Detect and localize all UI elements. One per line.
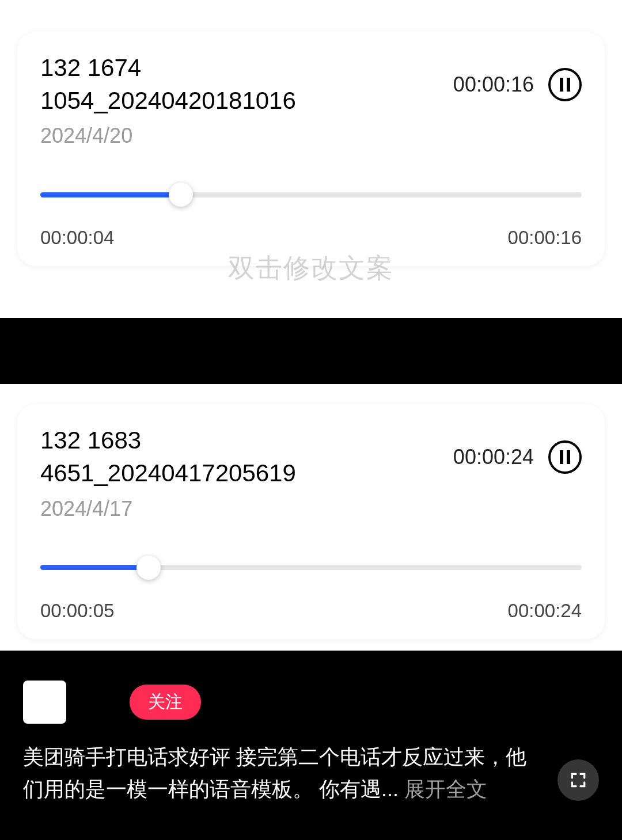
pause-button[interactable] (548, 68, 582, 101)
video-caption[interactable]: 美团骑手打电话求好评 接完第二个电话才反应过来，他们用的是一模一样的语音模板。 … (23, 741, 540, 805)
recording-title-line2: 4651_20240417205619 (40, 457, 453, 490)
recording-title-line2: 1054_20240420181016 (40, 85, 453, 117)
recording-title-line1: 132 1683 (40, 424, 453, 457)
expand-text-link[interactable]: 展开全文 (404, 777, 487, 801)
follow-button[interactable]: 关注 (130, 685, 201, 720)
audio-recording-card: 132 1683 4651_20240417205619 00:00:24 20… (17, 404, 605, 638)
recording-title-block: 132 1683 4651_20240417205619 (40, 424, 453, 489)
recording-date: 2024/4/20 (40, 124, 582, 148)
pause-icon (560, 450, 570, 464)
total-duration: 00:00:24 (453, 445, 534, 469)
recording-title-block: 132 1674 1054_20240420181016 (40, 52, 453, 117)
end-time: 00:00:16 (508, 227, 582, 249)
watermark-text: 双击修改文案 (228, 250, 394, 286)
slider-thumb[interactable] (136, 556, 161, 580)
progress-slider[interactable] (40, 183, 582, 207)
pause-icon (560, 78, 570, 92)
slider-thumb[interactable] (169, 183, 193, 207)
progress-slider[interactable] (40, 556, 582, 580)
current-time: 00:00:05 (40, 600, 114, 622)
video-overlay: 关注 美团骑手打电话求好评 接完第二个电话才反应过来，他们用的是一模一样的语音模… (0, 681, 622, 840)
end-time: 00:00:24 (508, 600, 582, 622)
fullscreen-icon (569, 771, 587, 789)
pause-button[interactable] (548, 440, 582, 474)
recording-date: 2024/4/17 (40, 497, 582, 521)
total-duration: 00:00:16 (453, 73, 534, 97)
audio-recording-card: 132 1674 1054_20240420181016 00:00:16 20… (17, 32, 605, 266)
recording-title-line1: 132 1674 (40, 52, 453, 85)
current-time: 00:00:04 (40, 227, 114, 249)
fullscreen-button[interactable] (557, 759, 599, 801)
user-avatar[interactable] (23, 681, 66, 724)
